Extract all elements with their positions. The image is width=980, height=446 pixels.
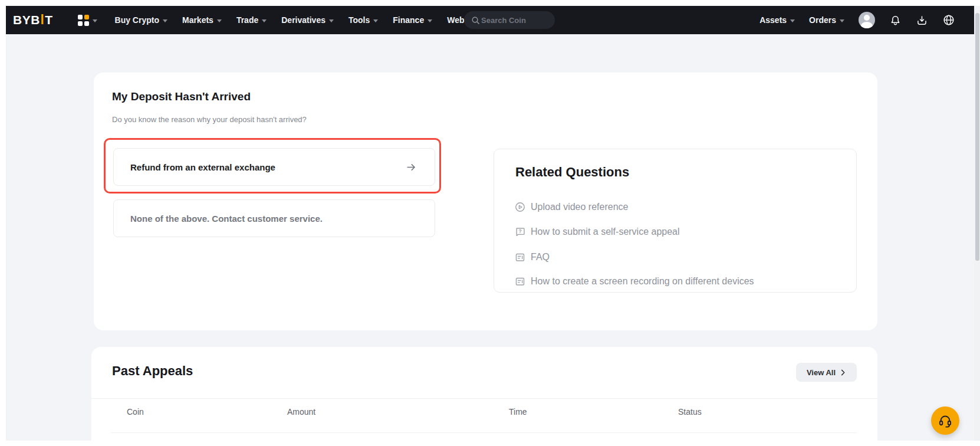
scrollbar-thumb[interactable]: [975, 13, 979, 261]
column-header-time: Time: [509, 407, 527, 417]
past-appeals-title: Past Appeals: [112, 363, 193, 379]
notifications-button[interactable]: [889, 14, 902, 27]
apps-menu-button[interactable]: [78, 15, 97, 26]
related-question-faq[interactable]: FAQ: [515, 252, 550, 263]
bybit-help-page: BYBIT Buy Crypto Markets Trade Derivativ…: [0, 0, 980, 446]
chevron-down-icon: [427, 19, 432, 22]
column-header-amount: Amount: [287, 407, 315, 417]
nav-item-orders[interactable]: Orders: [809, 15, 844, 25]
logo-accent-letter: I: [41, 11, 44, 28]
option-refund-external-exchange[interactable]: Refund from an external exchange: [113, 148, 435, 186]
deposit-not-arrived-card: My Deposit Hasn't Arrived Do you know th…: [94, 73, 877, 330]
user-avatar[interactable]: [859, 12, 875, 28]
headset-icon: [938, 413, 953, 428]
option-label: Refund from an external exchange: [130, 162, 275, 172]
option-contact-customer-service[interactable]: None of the above. Contact customer serv…: [113, 199, 435, 237]
related-questions-panel: Related Questions Upload video reference…: [494, 149, 857, 293]
chevron-down-icon: [840, 19, 844, 22]
support-chat-button[interactable]: [931, 406, 959, 435]
option-label: None of the above. Contact customer serv…: [130, 214, 323, 224]
download-icon: [916, 14, 928, 27]
chevron-down-icon: [93, 19, 97, 22]
nav-item-trade[interactable]: Trade: [236, 15, 267, 25]
chevron-down-icon: [262, 19, 267, 22]
chevron-down-icon: [217, 19, 222, 22]
chevron-down-icon: [329, 19, 334, 22]
page-subtitle: Do you know the reason why your deposit …: [112, 115, 307, 124]
vertical-scrollbar[interactable]: [974, 6, 980, 441]
search-input[interactable]: [480, 15, 547, 25]
nav-item-assets[interactable]: Assets: [759, 15, 795, 25]
bell-icon: [889, 14, 902, 27]
coin-search-box[interactable]: [464, 11, 555, 29]
chevron-down-icon: [373, 19, 378, 22]
globe-icon: [942, 14, 955, 27]
navbar-right: Assets Orders: [759, 6, 955, 34]
chevron-down-icon: [790, 19, 795, 22]
svg-text:?: ?: [518, 228, 521, 234]
view-all-button[interactable]: View All: [796, 363, 857, 382]
navbar-left: BYBIT Buy Crypto Markets Trade Derivativ…: [6, 6, 477, 34]
nav-menu: Buy Crypto Markets Trade Derivatives Too…: [115, 15, 478, 25]
download-app-button[interactable]: [916, 14, 928, 27]
chevron-down-icon: [163, 19, 167, 22]
nav-item-derivatives[interactable]: Derivatives: [281, 15, 334, 25]
related-questions-title: Related Questions: [515, 165, 629, 180]
logo-text-post: T: [45, 13, 52, 27]
nav-item-markets[interactable]: Markets: [182, 15, 222, 25]
chevron-right-icon: [840, 369, 846, 376]
column-header-status: Status: [678, 407, 702, 417]
bybit-logo[interactable]: BYBIT: [13, 13, 53, 27]
play-circle-icon: [515, 202, 525, 212]
nav-item-finance[interactable]: Finance: [393, 15, 432, 25]
question-bubble-icon: ?: [515, 227, 525, 237]
related-question-self-service-appeal[interactable]: ? How to submit a self-service appeal: [515, 227, 680, 237]
apps-grid-icon: [78, 15, 89, 26]
document-icon: [515, 252, 525, 263]
nav-item-buy-crypto[interactable]: Buy Crypto: [115, 15, 167, 25]
language-globe-button[interactable]: [942, 14, 955, 27]
arrow-right-icon: [406, 162, 417, 173]
document-icon: [515, 276, 525, 287]
past-appeals-card: Past Appeals View All Coin Amount Time S…: [91, 347, 877, 441]
content-area: My Deposit Hasn't Arrived Do you know th…: [6, 34, 974, 441]
top-navbar: BYBIT Buy Crypto Markets Trade Derivativ…: [6, 6, 974, 34]
column-header-coin: Coin: [127, 407, 144, 417]
divider: [91, 398, 877, 399]
divider: [111, 432, 857, 433]
logo-text-pre: BYB: [13, 13, 40, 27]
search-icon: [471, 16, 480, 25]
nav-item-tools[interactable]: Tools: [348, 15, 378, 25]
page-title: My Deposit Hasn't Arrived: [112, 90, 251, 103]
related-question-upload-video[interactable]: Upload video reference: [515, 202, 628, 212]
related-question-screen-recording[interactable]: How to create a screen recording on diff…: [515, 276, 754, 287]
